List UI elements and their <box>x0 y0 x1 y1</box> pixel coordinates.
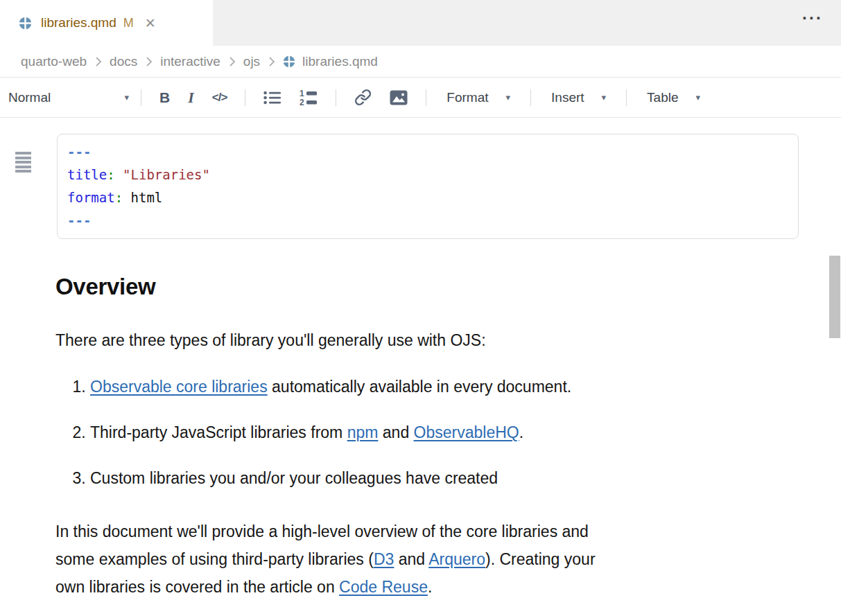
bulleted-list-icon <box>263 90 281 105</box>
section-heading: Overview <box>55 273 841 301</box>
chevron-down-icon: ▾ <box>124 92 129 103</box>
table-menu-button[interactable]: Table ▾ <box>636 90 711 105</box>
insert-menu-label: Insert <box>551 90 584 105</box>
toolbar-divider <box>245 89 245 106</box>
text-run: ). Creating your <box>485 550 596 568</box>
doc-link[interactable]: D3 <box>374 550 394 568</box>
yaml-fence: --- <box>67 141 788 164</box>
toolbar-divider <box>530 89 531 106</box>
text-run: own libraries is covered in the article … <box>55 578 339 596</box>
yaml-entry-title: title: "Libraries" <box>67 164 788 186</box>
chevron-right-icon <box>228 56 236 67</box>
chevron-down-icon: ▾ <box>696 92 701 103</box>
quarto-logo-icon <box>283 55 295 68</box>
doc-link[interactable]: Arquero <box>428 550 485 568</box>
style-select-value: Normal <box>8 90 51 105</box>
insert-menu-button[interactable]: Insert ▾ <box>540 90 617 105</box>
doc-link[interactable]: Observable core libraries <box>90 378 268 396</box>
yaml-fence: --- <box>67 209 788 232</box>
breadcrumb-item-quarto-web[interactable]: quarto-web <box>21 54 87 69</box>
numbered-list-icon: 1 2 <box>299 89 318 106</box>
close-icon[interactable]: ✕ <box>145 17 156 30</box>
text-run: . <box>519 423 523 441</box>
toolbar-divider <box>141 89 141 106</box>
image-icon <box>390 90 408 105</box>
toolbar-divider <box>626 89 627 106</box>
library-types-list: Observable core libraries automatically … <box>0 377 841 488</box>
vertical-scrollbar-thumb[interactable] <box>829 256 840 338</box>
quarto-logo-icon <box>19 17 32 30</box>
format-menu-label: Format <box>446 90 488 105</box>
italic-button[interactable]: I <box>179 84 203 112</box>
paragraph-style-select[interactable]: Normal ▾ <box>8 90 132 105</box>
chevron-right-icon <box>94 56 102 67</box>
text-run: some examples of using third-party libra… <box>55 550 374 568</box>
svg-text:2: 2 <box>300 98 304 106</box>
doc-link[interactable]: Code Reuse <box>339 578 428 596</box>
more-actions-icon[interactable]: ··· <box>802 10 823 26</box>
image-button[interactable] <box>381 84 417 112</box>
breadcrumb-item-ojs[interactable]: ojs <box>243 54 260 69</box>
breadcrumb-item-docs[interactable]: docs <box>110 54 137 69</box>
text-run: and <box>378 423 413 441</box>
tab-libraries-qmd[interactable]: libraries.qmd M ✕ <box>0 0 213 46</box>
document-editor[interactable]: --- title: "Libraries" format: html --- … <box>0 134 841 616</box>
format-menu-button[interactable]: Format ▾ <box>435 90 521 105</box>
chevron-down-icon: ▾ <box>602 92 607 103</box>
toolbar-divider <box>426 89 426 106</box>
breadcrumb-file-label: libraries.qmd <box>302 54 378 69</box>
doc-link[interactable]: npm <box>347 423 379 441</box>
bulleted-list-button[interactable] <box>254 84 290 112</box>
doc-link[interactable]: ObservableHQ <box>414 423 519 441</box>
link-icon <box>354 89 372 106</box>
editor-window: libraries.qmd M ✕ ··· quarto-web docs in… <box>0 0 841 616</box>
numbered-list-item: Observable core libraries automatically … <box>90 377 841 396</box>
tab-bar: libraries.qmd M ✕ ··· <box>0 0 841 46</box>
toolbar-divider <box>336 89 336 106</box>
text-run: automatically available in every documen… <box>268 378 572 396</box>
text-run: and <box>394 550 428 568</box>
bold-button[interactable]: B <box>150 84 179 112</box>
yaml-entry-format: format: html <box>67 186 788 209</box>
text-run: In this document we'll provide a high-le… <box>55 522 589 540</box>
block-drag-handle-icon[interactable] <box>15 152 31 175</box>
intro-paragraph: There are three types of library you'll … <box>55 331 799 350</box>
chevron-right-icon <box>145 56 153 67</box>
breadcrumb: quarto-web docs interactive ojs librarie… <box>0 46 841 78</box>
modified-badge: M <box>123 16 134 30</box>
tab-title: libraries.qmd <box>41 15 116 30</box>
table-menu-label: Table <box>647 90 678 105</box>
text-run: Custom libraries you and/or your colleag… <box>90 469 498 487</box>
breadcrumb-item-interactive[interactable]: interactive <box>160 54 220 69</box>
numbered-list-button[interactable]: 1 2 <box>290 84 327 112</box>
code-button[interactable]: </> <box>203 84 236 112</box>
link-button[interactable] <box>345 84 381 112</box>
formatting-toolbar: Normal ▾ B I </> 1 2 <box>0 78 841 118</box>
chevron-right-icon <box>268 56 275 67</box>
numbered-list-item: Third-party JavaScript libraries from np… <box>90 423 841 442</box>
chevron-down-icon: ▾ <box>506 92 511 103</box>
yaml-front-matter-block[interactable]: --- title: "Libraries" format: html --- <box>57 134 799 239</box>
breadcrumb-item-file[interactable]: libraries.qmd <box>283 54 378 69</box>
text-run: Third-party JavaScript libraries from <box>90 423 347 441</box>
closing-paragraph: In this document we'll provide a high-le… <box>55 518 799 601</box>
numbered-list-item: Custom libraries you and/or your colleag… <box>90 468 841 488</box>
text-run: . <box>428 578 432 596</box>
